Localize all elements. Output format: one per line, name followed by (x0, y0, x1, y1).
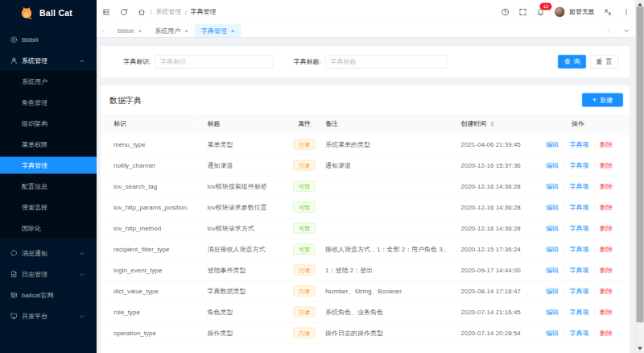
cell-title: lov模块搜索组件标签 (195, 176, 289, 197)
delete-link[interactable]: 删除 (600, 182, 613, 191)
sidebar-item-bilibili[interactable]: Bilibili (0, 29, 97, 50)
cell-remark: 系统菜单的类型 (320, 134, 446, 155)
delete-link[interactable]: 删除 (600, 161, 613, 170)
edit-link[interactable]: 编辑 (546, 266, 559, 275)
breadcrumb-parent[interactable]: 系统管理 (155, 8, 181, 17)
scrollbar-thumb[interactable] (637, 7, 644, 323)
dictionary-table: 标识 标题 属性 备注 创建时间 操作 (101, 114, 630, 343)
sidebar-item-system-users[interactable]: 系统用户 (0, 71, 97, 92)
cell-attr: 只读 (288, 155, 320, 176)
delete-link[interactable]: 删除 (600, 329, 613, 338)
delete-link[interactable]: 删除 (600, 266, 613, 275)
tab-close-icon[interactable]: × (184, 27, 188, 34)
column-header-created[interactable]: 创建时间 (446, 114, 530, 134)
attr-tag: 只读 (294, 328, 316, 338)
cell-remark: Number、String、Boolean (320, 280, 446, 301)
header-right: 12 超管无敌 文A (492, 6, 631, 18)
sidebar-item-organization[interactable]: 组织架构 (0, 113, 97, 134)
scrollbar-up-icon[interactable] (638, 3, 642, 6)
edit-link[interactable]: 编辑 (546, 203, 559, 212)
help-icon[interactable] (502, 8, 510, 16)
edit-link[interactable]: 编辑 (546, 161, 559, 170)
sidebar-item-label: 日志管理 (22, 270, 47, 279)
tab-dictionary[interactable]: 字典管理 × (195, 24, 242, 37)
tab-bilibili[interactable]: Bilibili × (111, 24, 148, 37)
svg-text:文: 文 (605, 8, 609, 13)
create-button[interactable]: + 新建 (582, 93, 623, 107)
page-content: 字典标识: 字典标题: 查询 重置 数据字典 + 新建 (97, 38, 644, 353)
menu-fold-icon[interactable] (102, 8, 110, 16)
dict-items-link[interactable]: 字典项 (570, 182, 589, 191)
more-options-icon[interactable] (622, 8, 630, 16)
user-menu[interactable]: 超管无敌 (555, 6, 596, 18)
dict-items-link[interactable]: 字典项 (570, 203, 589, 212)
dict-items-link[interactable]: 字典项 (570, 245, 589, 254)
tab-close-icon[interactable]: × (231, 27, 235, 34)
dict-items-link[interactable]: 字典项 (570, 140, 589, 149)
sorter-icon[interactable] (490, 121, 494, 127)
sidebar-item-config[interactable]: 配置信息 (0, 176, 97, 197)
delete-link[interactable]: 删除 (600, 308, 613, 317)
tab-close-icon[interactable]: × (138, 27, 142, 34)
divider (564, 225, 565, 232)
edit-link[interactable]: 编辑 (546, 182, 559, 191)
dict-items-link[interactable]: 字典项 (570, 287, 589, 296)
cell-operations: 编辑 字典项 删除 (530, 218, 630, 239)
cell-attr: 只读 (288, 134, 320, 155)
cell-remark: 操作日志的操作类型 (320, 322, 446, 343)
reload-icon[interactable] (120, 8, 128, 16)
dict-items-link[interactable]: 字典项 (570, 329, 589, 338)
edit-link[interactable]: 编辑 (546, 287, 559, 296)
sidebar-item-notification[interactable]: 消息通知 (0, 243, 97, 264)
edit-link[interactable]: 编辑 (546, 329, 559, 338)
dict-title-input[interactable] (325, 55, 448, 69)
sidebar-item-menu-permission[interactable]: 菜单权限 (0, 134, 97, 155)
dict-items-link[interactable]: 字典项 (570, 266, 589, 275)
edit-link[interactable]: 编辑 (546, 224, 559, 233)
page-scrollbar[interactable] (635, 0, 644, 353)
tabs-scroll-right-icon[interactable] (600, 27, 617, 35)
tabs-options-icon[interactable] (617, 27, 635, 35)
edit-link[interactable]: 编辑 (546, 308, 559, 317)
fullscreen-icon[interactable] (519, 8, 527, 16)
tabs: Bilibili × 系统用户 × 字典管理 × (111, 24, 600, 37)
sidebar-item-devtools[interactable]: 开发平台 (0, 305, 97, 326)
sidebar-item-roles[interactable]: 角色管理 (0, 92, 97, 113)
sidebar-item-logs[interactable]: 日志管理 (0, 264, 97, 284)
divider (564, 288, 565, 295)
edit-link[interactable]: 编辑 (546, 140, 559, 149)
query-button[interactable]: 查询 (558, 55, 586, 69)
tabs-scroll-left-icon[interactable] (97, 27, 111, 35)
dict-code-input[interactable] (155, 55, 274, 69)
notification-bell-icon[interactable]: 12 (537, 8, 545, 16)
sidebar-item-dictionary[interactable]: 字典管理 (0, 155, 97, 176)
reset-button[interactable]: 重置 (590, 55, 618, 69)
sidebar-item-system[interactable]: 系统管理 (0, 50, 97, 71)
sidebar-item-label: 开发平台 (22, 312, 47, 321)
delete-link[interactable]: 删除 (600, 224, 613, 233)
logo[interactable]: Ball Cat (0, 0, 97, 26)
column-header-label: 创建时间 (461, 120, 487, 129)
delete-link[interactable]: 删除 (600, 140, 613, 149)
delete-link[interactable]: 删除 (600, 245, 613, 254)
tab-system-users[interactable]: 系统用户 × (148, 24, 195, 37)
divider (594, 225, 595, 232)
delete-link[interactable]: 删除 (600, 203, 613, 212)
caret-down-icon (490, 124, 494, 127)
delete-link[interactable]: 删除 (600, 287, 613, 296)
dict-items-link[interactable]: 字典项 (570, 161, 589, 170)
edit-link[interactable]: 编辑 (546, 245, 559, 254)
dict-items-link[interactable]: 字典项 (570, 224, 589, 233)
divider (594, 183, 595, 190)
divider (594, 162, 595, 169)
translate-icon[interactable]: 文A (605, 8, 613, 16)
sidebar-item-lov[interactable]: 弹窗选择 (0, 197, 97, 218)
sidebar-submenu-system: 系统用户 角色管理 组织架构 菜单权限 字典管理 配置信息 弹窗选择 国际化 (0, 71, 97, 239)
sidebar-item-website[interactable]: ballcat官网 (0, 284, 97, 305)
table-row: recipient_filter_type 消息接收人筛选方式 可写 接收人筛选… (101, 239, 630, 260)
attr-tag: 只读 (294, 139, 316, 150)
sidebar-item-i18n[interactable]: 国际化 (0, 218, 97, 239)
dict-items-link[interactable]: 字典项 (570, 308, 589, 317)
scrollbar-down-icon[interactable] (638, 347, 642, 351)
home-icon[interactable] (138, 8, 146, 16)
